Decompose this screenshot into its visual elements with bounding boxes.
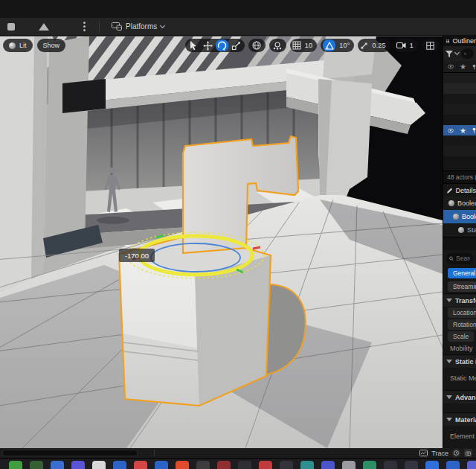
- view-mode-label: Lit: [19, 42, 27, 49]
- app-icon[interactable]: [134, 461, 147, 469]
- outliner-row[interactable]: [443, 104, 476, 115]
- chevron-down-icon: [446, 360, 452, 363]
- app-icon[interactable]: [300, 461, 314, 469]
- favorite-star-icon[interactable]: ★: [460, 127, 466, 135]
- scale-icon: [231, 41, 241, 51]
- move-tool-button[interactable]: [202, 39, 214, 51]
- component-tree-selected[interactable]: Boolean: [443, 210, 476, 223]
- property-static-mesh[interactable]: Static Mesh: [443, 372, 476, 384]
- visibility-eye-icon[interactable]: [448, 128, 454, 133]
- filter-icon[interactable]: [446, 51, 453, 57]
- outliner-footer: 48 actors (: [443, 170, 476, 183]
- property-element-0[interactable]: Element 0: [443, 430, 476, 442]
- viewport-scene[interactable]: [0, 36, 443, 448]
- app-icon[interactable]: [9, 461, 22, 469]
- pin-icon[interactable]: [472, 63, 476, 71]
- filter-streaming[interactable]: Streaming: [443, 280, 476, 293]
- angle-snap-value: 10°: [337, 42, 352, 49]
- app-icon[interactable]: [321, 461, 335, 469]
- app-icon[interactable]: [51, 461, 64, 469]
- surface-snap-button[interactable]: [271, 39, 284, 51]
- outliner-row[interactable]: [443, 135, 476, 146]
- toolbar-separator: [99, 22, 100, 32]
- rotation-delta-tooltip: -170.00: [119, 249, 155, 262]
- outliner-row[interactable]: [443, 83, 476, 94]
- app-icon[interactable]: [363, 461, 376, 469]
- property-scale[interactable]: Scale: [443, 331, 476, 342]
- show-flags-button[interactable]: Show: [37, 39, 66, 52]
- property-location[interactable]: Location: [443, 307, 476, 319]
- pin-icon[interactable]: [472, 127, 476, 134]
- outliner-row[interactable]: [443, 146, 476, 156]
- app-icon[interactable]: [384, 461, 397, 469]
- section-advanced[interactable]: Advanced: [443, 390, 476, 403]
- platforms-button[interactable]: Platforms: [112, 22, 164, 31]
- component-icon: [458, 227, 464, 233]
- property-rotation[interactable]: Rotation: [443, 319, 476, 331]
- camera-icon: [396, 42, 406, 49]
- status-bar: Trace: [0, 448, 476, 458]
- tab-outliner[interactable]: Outliner: [443, 36, 476, 46]
- app-icon[interactable]: [113, 461, 126, 469]
- app-icon[interactable]: [342, 461, 356, 469]
- app-icon[interactable]: [238, 461, 251, 469]
- revision-control-button[interactable]: [452, 449, 460, 457]
- outliner-row[interactable]: [443, 115, 476, 125]
- general-filter-chip[interactable]: General: [448, 268, 476, 278]
- app-icon[interactable]: [176, 461, 189, 469]
- details-search-input[interactable]: [456, 255, 470, 262]
- grid-snap-button[interactable]: 10: [290, 39, 317, 52]
- outliner-search[interactable]: [461, 48, 474, 59]
- world-space-toggle[interactable]: [251, 39, 263, 51]
- angle-snap-button[interactable]: 10°: [321, 39, 354, 52]
- app-icon[interactable]: [196, 461, 210, 469]
- app-icon[interactable]: [467, 461, 476, 469]
- outliner-row[interactable]: [443, 94, 476, 104]
- outliner-row[interactable]: [443, 73, 476, 83]
- app-icon[interactable]: [217, 461, 231, 469]
- app-icon[interactable]: [30, 461, 43, 469]
- filter-general[interactable]: General: [443, 267, 476, 280]
- console-button[interactable]: [464, 449, 472, 457]
- app-icon[interactable]: [92, 461, 106, 469]
- view-mode-button[interactable]: Lit: [3, 39, 33, 52]
- component-tree-root[interactable]: Boolean: [443, 197, 476, 210]
- tab-details[interactable]: Details: [443, 183, 476, 197]
- filter-chevron-icon[interactable]: [454, 50, 460, 55]
- section-materials[interactable]: Materials: [443, 412, 476, 426]
- trace-button[interactable]: Trace: [431, 450, 448, 457]
- more-options-icon[interactable]: [83, 22, 86, 31]
- component-tree-child[interactable]: StaticMesh: [443, 223, 476, 237]
- property-mobility[interactable]: Mobility: [443, 342, 476, 354]
- outliner-row[interactable]: [443, 156, 476, 170]
- surface-snap-icon: [273, 41, 282, 50]
- section-transform[interactable]: Transform: [443, 293, 476, 307]
- maximize-viewport-button[interactable]: [424, 39, 437, 51]
- scale-tool-button[interactable]: [230, 39, 242, 51]
- app-icon[interactable]: [405, 461, 418, 469]
- app-icon[interactable]: [71, 461, 85, 469]
- favorite-star-icon[interactable]: ★: [460, 63, 466, 71]
- section-label: Advanced: [455, 394, 476, 401]
- app-icon[interactable]: [259, 461, 272, 469]
- details-search[interactable]: [446, 253, 473, 264]
- app-icon[interactable]: [155, 461, 168, 469]
- outliner-search-input[interactable]: [469, 50, 471, 57]
- outliner-row-selected[interactable]: ★: [443, 125, 476, 135]
- visibility-eye-icon[interactable]: [448, 64, 454, 69]
- select-tool-button[interactable]: [187, 39, 200, 51]
- streaming-filter-chip[interactable]: Streaming: [448, 281, 476, 292]
- app-icon[interactable]: [446, 461, 460, 469]
- save-icon[interactable]: [7, 23, 15, 31]
- scale-snap-button[interactable]: 0.25: [358, 39, 390, 52]
- status-separator: [154, 450, 155, 456]
- content-drawer-button[interactable]: [2, 450, 138, 456]
- rotate-tool-button[interactable]: [216, 39, 228, 51]
- camera-speed-button[interactable]: 1: [394, 39, 418, 52]
- launch-icon[interactable]: [39, 23, 49, 31]
- section-static-mesh[interactable]: Static Mesh: [443, 354, 476, 368]
- app-icon[interactable]: [280, 461, 293, 469]
- viewport[interactable]: -170.00 Lit Show: [0, 36, 443, 448]
- app-icon[interactable]: [425, 461, 439, 469]
- component-label: Boolean: [462, 213, 476, 220]
